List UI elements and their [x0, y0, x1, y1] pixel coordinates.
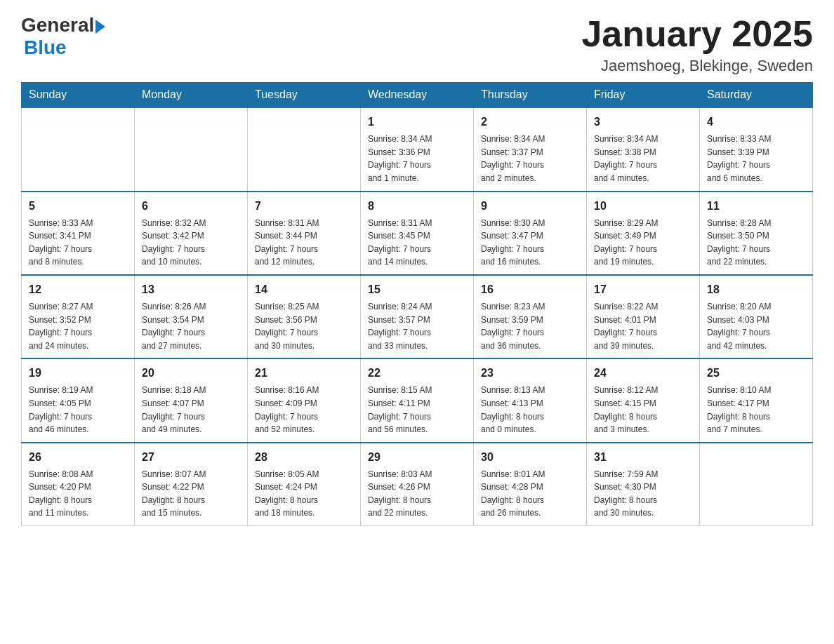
calendar-cell: 22Sunrise: 8:15 AM Sunset: 4:11 PM Dayli…: [361, 358, 474, 442]
day-info: Sunrise: 8:10 AM Sunset: 4:17 PM Dayligh…: [707, 384, 805, 436]
calendar-cell: 23Sunrise: 8:13 AM Sunset: 4:13 PM Dayli…: [474, 358, 587, 442]
calendar-cell: 1Sunrise: 8:34 AM Sunset: 3:36 PM Daylig…: [361, 107, 474, 191]
calendar-cell: 31Sunrise: 7:59 AM Sunset: 4:30 PM Dayli…: [587, 443, 700, 526]
weekday-header-thursday: Thursday: [474, 83, 587, 108]
day-info: Sunrise: 8:30 AM Sunset: 3:47 PM Dayligh…: [481, 217, 579, 269]
weekday-header-tuesday: Tuesday: [248, 83, 361, 108]
day-info: Sunrise: 8:15 AM Sunset: 4:11 PM Dayligh…: [368, 384, 466, 436]
day-number: 21: [255, 365, 353, 382]
calendar-cell: 28Sunrise: 8:05 AM Sunset: 4:24 PM Dayli…: [248, 443, 361, 526]
calendar-cell: 30Sunrise: 8:01 AM Sunset: 4:28 PM Dayli…: [474, 443, 587, 526]
day-number: 31: [594, 449, 692, 466]
day-info: Sunrise: 8:18 AM Sunset: 4:07 PM Dayligh…: [142, 384, 240, 436]
calendar-cell: 14Sunrise: 8:25 AM Sunset: 3:56 PM Dayli…: [248, 275, 361, 358]
day-number: 13: [142, 281, 240, 298]
day-number: 11: [707, 198, 805, 215]
calendar-cell: 2Sunrise: 8:34 AM Sunset: 3:37 PM Daylig…: [474, 107, 587, 191]
calendar-cell: 8Sunrise: 8:31 AM Sunset: 3:45 PM Daylig…: [361, 192, 474, 275]
title-block: January 2025 Jaemshoeg, Blekinge, Sweden: [581, 14, 813, 75]
calendar-cell: 6Sunrise: 8:32 AM Sunset: 3:42 PM Daylig…: [135, 192, 248, 275]
calendar-cell: 11Sunrise: 8:28 AM Sunset: 3:50 PM Dayli…: [700, 192, 813, 275]
weekday-header-sunday: Sunday: [22, 83, 135, 108]
day-number: 2: [481, 114, 579, 130]
logo: General Blue: [21, 14, 105, 59]
day-info: Sunrise: 8:34 AM Sunset: 3:38 PM Dayligh…: [594, 133, 692, 185]
calendar-cell: 21Sunrise: 8:16 AM Sunset: 4:09 PM Dayli…: [248, 358, 361, 442]
day-number: 3: [594, 114, 692, 130]
day-number: 22: [368, 365, 466, 382]
calendar-cell: 9Sunrise: 8:30 AM Sunset: 3:47 PM Daylig…: [474, 192, 587, 275]
week-row-4: 19Sunrise: 8:19 AM Sunset: 4:05 PM Dayli…: [22, 358, 813, 442]
day-number: 29: [368, 449, 466, 466]
day-info: Sunrise: 8:32 AM Sunset: 3:42 PM Dayligh…: [142, 217, 240, 269]
day-number: 9: [481, 198, 579, 215]
day-number: 17: [594, 281, 692, 298]
day-info: Sunrise: 8:01 AM Sunset: 4:28 PM Dayligh…: [481, 468, 579, 520]
day-info: Sunrise: 8:34 AM Sunset: 3:37 PM Dayligh…: [481, 133, 579, 185]
day-number: 20: [142, 365, 240, 382]
calendar-cell: 4Sunrise: 8:33 AM Sunset: 3:39 PM Daylig…: [700, 107, 813, 191]
week-row-2: 5Sunrise: 8:33 AM Sunset: 3:41 PM Daylig…: [22, 192, 813, 275]
day-info: Sunrise: 8:08 AM Sunset: 4:20 PM Dayligh…: [29, 468, 127, 520]
day-info: Sunrise: 8:34 AM Sunset: 3:36 PM Dayligh…: [368, 133, 466, 185]
day-info: Sunrise: 8:31 AM Sunset: 3:45 PM Dayligh…: [368, 217, 466, 269]
page-header: General Blue January 2025 Jaemshoeg, Ble…: [21, 14, 813, 75]
calendar-cell: 16Sunrise: 8:23 AM Sunset: 3:59 PM Dayli…: [474, 275, 587, 358]
weekday-header-wednesday: Wednesday: [361, 83, 474, 108]
day-info: Sunrise: 8:33 AM Sunset: 3:41 PM Dayligh…: [29, 217, 127, 269]
calendar-cell: 3Sunrise: 8:34 AM Sunset: 3:38 PM Daylig…: [587, 107, 700, 191]
day-number: 15: [368, 281, 466, 298]
day-number: 27: [142, 449, 240, 466]
calendar-cell: [700, 443, 813, 526]
calendar-cell: 19Sunrise: 8:19 AM Sunset: 4:05 PM Dayli…: [22, 358, 135, 442]
calendar-cell: 5Sunrise: 8:33 AM Sunset: 3:41 PM Daylig…: [22, 192, 135, 275]
calendar-cell: 20Sunrise: 8:18 AM Sunset: 4:07 PM Dayli…: [135, 358, 248, 442]
day-number: 6: [142, 198, 240, 215]
calendar-table: SundayMondayTuesdayWednesdayThursdayFrid…: [21, 82, 813, 526]
week-row-3: 12Sunrise: 8:27 AM Sunset: 3:52 PM Dayli…: [22, 275, 813, 358]
calendar-cell: [22, 107, 135, 191]
day-number: 25: [707, 365, 805, 382]
calendar-cell: 17Sunrise: 8:22 AM Sunset: 4:01 PM Dayli…: [587, 275, 700, 358]
calendar-cell: 24Sunrise: 8:12 AM Sunset: 4:15 PM Dayli…: [587, 358, 700, 442]
day-number: 23: [481, 365, 579, 382]
calendar-cell: [135, 107, 248, 191]
day-info: Sunrise: 8:22 AM Sunset: 4:01 PM Dayligh…: [594, 300, 692, 352]
day-number: 14: [255, 281, 353, 298]
calendar-subtitle: Jaemshoeg, Blekinge, Sweden: [581, 57, 813, 75]
day-number: 26: [29, 449, 127, 466]
day-info: Sunrise: 8:24 AM Sunset: 3:57 PM Dayligh…: [368, 300, 466, 352]
day-number: 19: [29, 365, 127, 382]
day-number: 8: [368, 198, 466, 215]
day-info: Sunrise: 8:31 AM Sunset: 3:44 PM Dayligh…: [255, 217, 353, 269]
weekday-header-saturday: Saturday: [700, 83, 813, 108]
day-number: 10: [594, 198, 692, 215]
calendar-cell: 27Sunrise: 8:07 AM Sunset: 4:22 PM Dayli…: [135, 443, 248, 526]
weekday-header-row: SundayMondayTuesdayWednesdayThursdayFrid…: [22, 83, 813, 108]
day-info: Sunrise: 8:19 AM Sunset: 4:05 PM Dayligh…: [29, 384, 127, 436]
day-info: Sunrise: 7:59 AM Sunset: 4:30 PM Dayligh…: [594, 468, 692, 520]
day-number: 16: [481, 281, 579, 298]
day-info: Sunrise: 8:12 AM Sunset: 4:15 PM Dayligh…: [594, 384, 692, 436]
calendar-title: January 2025: [581, 14, 813, 54]
day-number: 28: [255, 449, 353, 466]
calendar-cell: 10Sunrise: 8:29 AM Sunset: 3:49 PM Dayli…: [587, 192, 700, 275]
week-row-5: 26Sunrise: 8:08 AM Sunset: 4:20 PM Dayli…: [22, 443, 813, 526]
week-row-1: 1Sunrise: 8:34 AM Sunset: 3:36 PM Daylig…: [22, 107, 813, 191]
day-info: Sunrise: 8:03 AM Sunset: 4:26 PM Dayligh…: [368, 468, 466, 520]
logo-blue-text: Blue: [24, 36, 67, 59]
calendar-cell: 13Sunrise: 8:26 AM Sunset: 3:54 PM Dayli…: [135, 275, 248, 358]
day-number: 5: [29, 198, 127, 215]
calendar-cell: 7Sunrise: 8:31 AM Sunset: 3:44 PM Daylig…: [248, 192, 361, 275]
day-number: 7: [255, 198, 353, 215]
calendar-cell: 12Sunrise: 8:27 AM Sunset: 3:52 PM Dayli…: [22, 275, 135, 358]
day-number: 24: [594, 365, 692, 382]
calendar-cell: 29Sunrise: 8:03 AM Sunset: 4:26 PM Dayli…: [361, 443, 474, 526]
calendar-cell: 15Sunrise: 8:24 AM Sunset: 3:57 PM Dayli…: [361, 275, 474, 358]
day-number: 4: [707, 114, 805, 130]
day-info: Sunrise: 8:27 AM Sunset: 3:52 PM Dayligh…: [29, 300, 127, 352]
day-info: Sunrise: 8:13 AM Sunset: 4:13 PM Dayligh…: [481, 384, 579, 436]
day-number: 12: [29, 281, 127, 298]
day-info: Sunrise: 8:23 AM Sunset: 3:59 PM Dayligh…: [481, 300, 579, 352]
calendar-cell: 25Sunrise: 8:10 AM Sunset: 4:17 PM Dayli…: [700, 358, 813, 442]
